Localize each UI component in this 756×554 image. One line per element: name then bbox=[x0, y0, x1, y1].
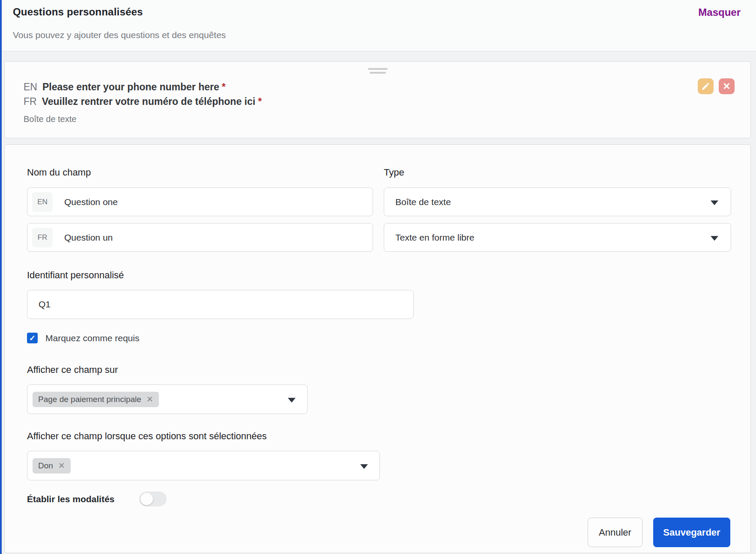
question-label-en: ENPlease enter your phone number here* bbox=[24, 80, 262, 94]
edit-question-button[interactable] bbox=[698, 78, 714, 94]
question-type-caption: Boîte de texte bbox=[24, 114, 262, 124]
remove-tag-icon[interactable]: ✕ bbox=[146, 394, 153, 404]
custom-id-label: Identifiant personnalisé bbox=[27, 270, 730, 281]
chevron-down-icon bbox=[288, 398, 296, 402]
question-editor-card: Nom du champ Type EN Question one Boîte … bbox=[4, 144, 751, 553]
show-on-multiselect[interactable]: Page de paiement principale ✕ bbox=[27, 384, 308, 414]
field-name-en-value: Question one bbox=[64, 197, 118, 207]
section-header: Questions personnalisées Masquer Vous po… bbox=[0, 0, 756, 51]
question-text-fr: Veuillez rentrer votre numéro de télépho… bbox=[42, 96, 255, 107]
chevron-down-icon bbox=[711, 236, 718, 241]
selected-tag: Page de paiement principale ✕ bbox=[33, 392, 159, 407]
custom-questions-panel: Questions personnalisées Masquer Vous po… bbox=[0, 0, 756, 554]
toggle-knob bbox=[140, 493, 153, 505]
question-preview-card: ENPlease enter your phone number here* F… bbox=[4, 61, 751, 138]
required-asterisk: * bbox=[258, 96, 262, 107]
question-card-actions: ✕ bbox=[698, 78, 735, 94]
required-checkbox-label: Marquez comme requis bbox=[45, 333, 139, 343]
lang-prefix-fr: FR bbox=[24, 96, 37, 107]
type-label: Type bbox=[384, 167, 731, 178]
page-subtitle: Vous pouvez y ajouter des questions et d… bbox=[13, 30, 226, 40]
remove-tag-icon[interactable]: ✕ bbox=[58, 461, 65, 471]
modalities-label: Établir les modalités bbox=[27, 494, 114, 504]
type-select-primary-value: Boîte de texte bbox=[395, 197, 451, 207]
custom-id-input[interactable]: Q1 bbox=[27, 290, 414, 319]
pencil-icon bbox=[701, 82, 710, 91]
required-asterisk: * bbox=[222, 81, 226, 92]
close-icon: ✕ bbox=[723, 82, 730, 91]
type-select-secondary-value: Texte en forme libre bbox=[395, 232, 474, 243]
check-icon: ✓ bbox=[29, 334, 36, 342]
question-label-fr: FRVeuillez rentrer votre numéro de télép… bbox=[24, 94, 262, 109]
type-select-secondary[interactable]: Texte en forme libre bbox=[384, 223, 731, 252]
left-accent-bar bbox=[0, 0, 2, 554]
type-select-primary[interactable]: Boîte de texte bbox=[384, 188, 731, 216]
required-checkbox[interactable]: ✓ bbox=[27, 333, 38, 343]
custom-id-value: Q1 bbox=[39, 299, 51, 310]
chevron-down-icon bbox=[711, 200, 718, 205]
question-labels: ENPlease enter your phone number here* F… bbox=[24, 80, 262, 124]
field-name-fr-input[interactable]: FR Question un bbox=[27, 223, 373, 252]
tag-label: Page de paiement principale bbox=[38, 395, 141, 404]
cancel-button[interactable]: Annuler bbox=[588, 518, 642, 547]
required-checkbox-row: ✓ Marquez comme requis bbox=[27, 333, 730, 343]
chevron-down-icon bbox=[360, 464, 368, 469]
save-button[interactable]: Sauvegarder bbox=[653, 518, 730, 547]
hide-section-link[interactable]: Masquer bbox=[698, 6, 741, 18]
lang-prefix-en: EN bbox=[24, 81, 37, 92]
delete-question-button[interactable]: ✕ bbox=[719, 78, 735, 94]
field-name-fr-value: Question un bbox=[64, 232, 113, 243]
page-title: Questions personnalisées bbox=[13, 6, 143, 18]
modalities-row: Établir les modalités bbox=[27, 491, 730, 506]
field-name-en-input[interactable]: EN Question one bbox=[27, 188, 373, 216]
show-on-label: Afficher ce champ sur bbox=[27, 364, 730, 375]
lang-badge-fr: FR bbox=[32, 228, 53, 247]
question-text-en: Please enter your phone number here bbox=[42, 81, 219, 92]
selected-tag: Don ✕ bbox=[33, 458, 71, 474]
show-when-multiselect[interactable]: Don ✕ bbox=[27, 451, 380, 480]
tag-label: Don bbox=[38, 461, 53, 471]
show-when-label: Afficher ce champ lorsque ces options so… bbox=[27, 431, 730, 442]
modalities-toggle[interactable] bbox=[139, 491, 167, 506]
field-name-label: Nom du champ bbox=[27, 167, 373, 178]
drag-handle[interactable] bbox=[368, 68, 388, 74]
lang-badge-en: EN bbox=[32, 192, 53, 212]
editor-actions: Annuler Sauvegarder bbox=[27, 518, 730, 547]
